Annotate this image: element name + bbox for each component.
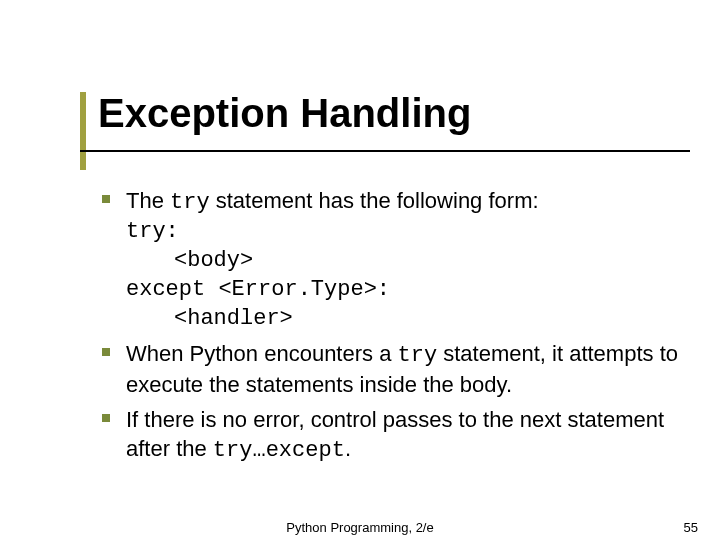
bullet-item: If there is no error, control passes to … xyxy=(126,405,686,465)
footer-center: Python Programming, 2/e xyxy=(0,520,720,535)
code-line: except <Error.Type>: xyxy=(126,275,686,304)
code-line: <body> xyxy=(126,246,686,275)
bullet-icon xyxy=(102,348,110,356)
page-number: 55 xyxy=(684,520,698,535)
bullet-icon xyxy=(102,195,110,203)
bullet-text: The try statement has the following form… xyxy=(126,186,686,217)
code-run: try xyxy=(398,343,438,368)
text-run: The xyxy=(126,188,170,213)
code-line: <handler> xyxy=(126,304,686,333)
text-run: When Python encounters a xyxy=(126,341,398,366)
title-rule xyxy=(80,150,690,152)
bullet-item: The try statement has the following form… xyxy=(126,186,686,333)
accent-bar xyxy=(80,92,86,170)
title-block: Exception Handling xyxy=(98,92,471,134)
text-run: . xyxy=(345,436,351,461)
code-run: try…except xyxy=(213,438,345,463)
bullet-item: When Python encounters a try statement, … xyxy=(126,339,686,399)
code-run: try xyxy=(170,190,210,215)
slide-title: Exception Handling xyxy=(98,92,471,134)
code-line: try: xyxy=(126,217,686,246)
slide: Exception Handling The try statement has… xyxy=(0,0,720,540)
text-run: If there is no error, control passes to … xyxy=(126,407,664,461)
text-run: statement has the following form: xyxy=(210,188,539,213)
bullet-icon xyxy=(102,414,110,422)
body: The try statement has the following form… xyxy=(126,186,686,471)
bullet-text: If there is no error, control passes to … xyxy=(126,405,686,465)
bullet-text: When Python encounters a try statement, … xyxy=(126,339,686,399)
